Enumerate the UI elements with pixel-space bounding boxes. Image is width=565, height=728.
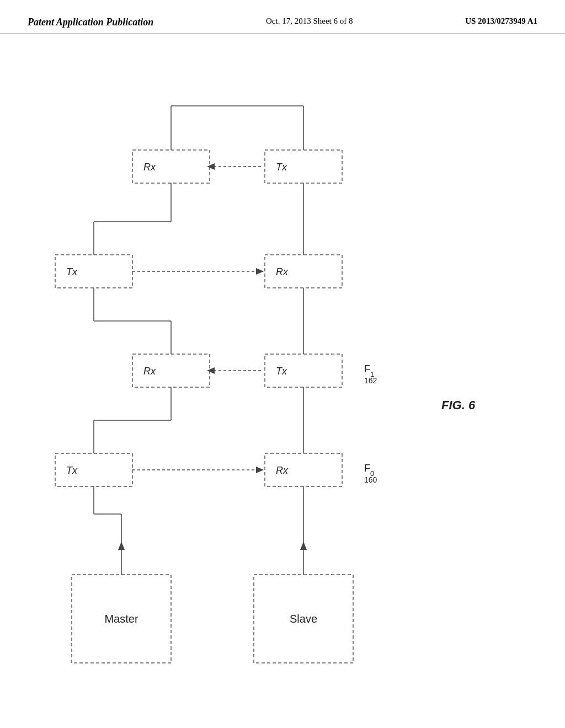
fig-label: FIG. 6 [441, 398, 476, 412]
f0-number: 160 [364, 475, 377, 484]
svg-text:Tx: Tx [66, 465, 78, 476]
svg-text:Tx: Tx [66, 266, 78, 277]
f1-number: 162 [364, 376, 377, 385]
page-header: Patent Application Publication Oct. 17, … [0, 0, 565, 34]
diagram-area: .dashed-box { fill: none; stroke: #555; … [0, 34, 565, 718]
sheet-info: Oct. 17, 2013 Sheet 6 of 8 [266, 17, 353, 26]
svg-text:Rx: Rx [276, 266, 289, 277]
svg-text:Rx: Rx [143, 162, 156, 173]
slave-label: Slave [290, 613, 317, 625]
tx-to-rx-arrow-f1-upper [207, 163, 215, 170]
patent-number: US 2013/0273949 A1 [465, 17, 537, 26]
tx-to-rx-arrow-f0-upper [207, 367, 215, 374]
master-label: Master [104, 613, 138, 625]
svg-text:Tx: Tx [276, 366, 287, 377]
tx-to-rx-arrow-f0 [256, 467, 264, 473]
tx-to-rx-arrow-f1 [256, 268, 264, 275]
svg-text:Rx: Rx [276, 465, 289, 476]
svg-text:Tx: Tx [276, 162, 287, 173]
publication-title: Patent Application Publication [28, 17, 153, 28]
svg-text:Rx: Rx [143, 366, 156, 377]
